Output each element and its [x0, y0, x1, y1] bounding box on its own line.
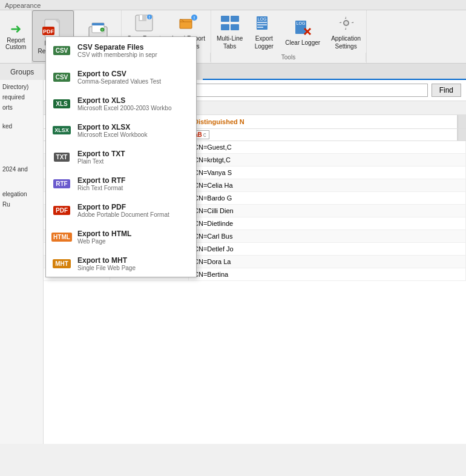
export-logger-button[interactable]: LOG Export Logger [248, 10, 280, 53]
lp-2024: 2024 and [2, 166, 41, 173]
td-dn-7: CN=Carl Bus [189, 230, 466, 242]
html-icon: HTML [52, 227, 71, 246]
multi-line-label: Multi-Line [217, 35, 243, 42]
svg-text:LOG: LOG [258, 17, 267, 21]
txt-subtitle: Plain Text [77, 158, 125, 165]
xlsx-title: Export to XLSX [77, 123, 147, 131]
dropdown-txt[interactable]: TXT Export to TXT Plain Text [46, 144, 196, 170]
filter-dn: aB c [189, 129, 458, 140]
svg-text:LOG: LOG [297, 21, 306, 25]
svg-rect-17 [221, 16, 229, 22]
multi-line-tabs-button[interactable]: Multi-Line Tabs [211, 10, 248, 53]
xls-text: Export to XLS Microsoft Excel 2000-2003 … [77, 96, 171, 111]
xls-title: Export to XLS [77, 96, 171, 105]
find-button[interactable]: Find [432, 84, 461, 97]
csv-icon: CSV [52, 67, 71, 87]
export-dropdown-menu: CSV CSV Separate Files CSV with membersh… [45, 36, 197, 277]
tab-groups[interactable]: Groups [0, 64, 44, 80]
svg-rect-24 [257, 24, 267, 25]
dropdown-csv[interactable]: CSV Export to CSV Comma-Separated Values… [46, 64, 196, 90]
txt-title: Export to TXT [77, 150, 125, 158]
dropdown-xlsx[interactable]: XLSX Export to XLSX Microsoft Excel Work… [46, 117, 196, 144]
xls-badge: XLS [53, 99, 70, 108]
tools-section-label: Tools [211, 53, 366, 62]
rtf-subtitle: Rich Text Format [77, 185, 125, 191]
xlsx-icon: XLSX [52, 121, 71, 140]
pdf-icon: PDF [52, 200, 71, 220]
dropdown-rtf[interactable]: RTF Export to RTF Rich Text Format [46, 170, 196, 197]
lp-ked: ked [2, 123, 41, 130]
export-logger-label: Export [255, 35, 273, 42]
rtf-icon: RTF [52, 174, 71, 193]
clear-logger-label: Clear Logger [285, 39, 320, 46]
th-distinguished-name[interactable]: Distinguished N [189, 115, 458, 128]
ribbon-section-report-custom: ➜ Report Custom [0, 10, 32, 63]
tab-groups-label: Groups [10, 68, 34, 76]
html-title: Export to HTML [77, 230, 131, 238]
csv-badge2: CSV [53, 73, 71, 82]
report-custom-button[interactable]: ➜ Report Custom [0, 10, 31, 62]
svg-text:!: ! [194, 16, 195, 20]
svg-rect-20 [231, 24, 239, 30]
clear-logger-button[interactable]: LOG Clear Logger [280, 10, 326, 53]
svg-rect-14 [180, 19, 192, 28]
ribbon-section-tools: Multi-Line Tabs LOG Export Logger [211, 10, 367, 63]
html-badge: HTML [51, 233, 72, 242]
td-dn-8: CN=Detlef Jo [189, 243, 466, 255]
appearance-title: Appearance [0, 0, 466, 10]
report-custom-label: Report Custom [5, 37, 26, 50]
html-text: Export to HTML Web Page [77, 230, 131, 245]
rtf-text: Export to RTF Rich Text Format [77, 176, 125, 191]
app-settings-label: Application [331, 35, 361, 42]
svg-text:!: ! [102, 28, 102, 32]
csv-subtitle: Comma-Separated Values Test [77, 78, 161, 85]
td-dn-10: CN=Bertina [189, 268, 466, 280]
td-dn-4: CN=Bardo G [189, 192, 466, 204]
lp-delegation: elegation [2, 191, 41, 197]
export-logger-label2: Logger [255, 43, 274, 50]
export-report-icon: PDF [42, 18, 64, 39]
lp-required: required [2, 94, 41, 101]
svg-point-31 [344, 21, 348, 25]
csv-title: Export to CSV [77, 70, 161, 78]
rtf-badge: RTF [53, 179, 70, 188]
svg-rect-23 [257, 22, 267, 23]
arrow-right-icon: ➜ [10, 22, 21, 36]
pdf-title: Export to PDF [77, 203, 169, 211]
svg-text:!: ! [149, 15, 150, 19]
svg-rect-18 [231, 16, 239, 22]
dropdown-html[interactable]: HTML Export to HTML Web Page [46, 223, 196, 250]
td-dn-1: CN=krbtgt,C [189, 154, 466, 166]
lp-ru: Ru [2, 201, 41, 208]
multi-line-tabs-icon [220, 13, 240, 34]
pdf-text: Export to PDF Adobe Portable Document Fo… [77, 203, 169, 218]
lp-orts: orts [2, 104, 41, 111]
csv-separate-title: CSV Separate Files [77, 43, 157, 51]
td-dn-2: CN=Vanya S [189, 167, 466, 179]
scrollbar-top [458, 115, 466, 128]
th-dn-label: Distinguished N [194, 118, 244, 125]
txt-badge: TXT [54, 153, 70, 162]
mht-title: Export to MHT [77, 256, 136, 265]
svg-rect-6 [92, 23, 104, 25]
dropdown-csv-separate[interactable]: CSV CSV Separate Files CSV with membersh… [46, 37, 196, 64]
dropdown-pdf[interactable]: PDF Export to PDF Adobe Portable Documen… [46, 197, 196, 223]
lp-directory: Directory) [2, 84, 41, 90]
xls-icon: XLS [52, 94, 71, 113]
svg-rect-25 [257, 27, 263, 28]
dropdown-xls[interactable]: XLS Export to XLS Microsoft Excel 2000-2… [46, 90, 196, 117]
mht-icon: MHT [52, 254, 71, 273]
xlsx-badge: XLSX [53, 126, 71, 134]
dropdown-mht[interactable]: MHT Export to MHT Single File Web Page [46, 250, 196, 277]
filter-dn-c: c [203, 131, 206, 138]
td-dn-5: CN=Cilli Dien [189, 205, 466, 217]
csv-text: Export to CSV Comma-Separated Values Tes… [77, 70, 161, 85]
left-panel: Directory) required orts ked 2024 and el… [0, 80, 44, 444]
load-settings-icon: ! [178, 13, 199, 34]
svg-rect-19 [221, 24, 229, 30]
multi-line-label2: Tabs [223, 43, 236, 50]
app-settings-button[interactable]: Application Settings [326, 10, 366, 53]
svg-text:PDF: PDF [43, 28, 54, 35]
csv-separate-text: CSV Separate Files CSV with membership i… [77, 43, 157, 58]
xlsx-text: Export to XLSX Microsoft Excel Workbook [77, 123, 147, 138]
